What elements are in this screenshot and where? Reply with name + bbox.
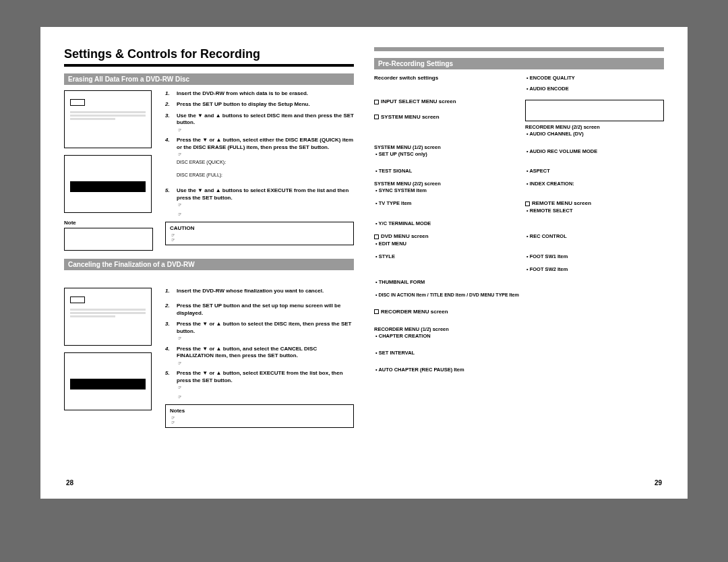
right-column: Pre-Recording Settings Recorder switch s…: [374, 47, 664, 485]
left-column: Settings & Controls for Recording Erasin…: [64, 47, 354, 485]
section-header-cancel: Canceling the Finalization of a DVD-RW: [64, 259, 354, 270]
steps-list: 1.Insert the DVD-RW whose finalization y…: [165, 276, 354, 428]
notes-box: Notes ☞ ☞: [165, 404, 354, 428]
screen-thumbnail: [64, 90, 152, 148]
section-header-pre: Pre-Recording Settings: [374, 58, 664, 69]
note-label: Note: [64, 220, 158, 226]
main-title: Settings & Controls for Recording: [64, 47, 354, 67]
section-header-erase: Erasing All Data From a DVD-RW Disc: [64, 73, 354, 85]
note-box: [64, 228, 153, 251]
settings-grid: Recorder switch settings • ENCODE QUALIT…: [374, 75, 664, 377]
page-number-left: 28: [66, 479, 73, 487]
screen-thumbnail: [64, 288, 152, 346]
manual-page-spread: Settings & Controls for Recording Erasin…: [40, 27, 688, 499]
settings-box: [525, 100, 664, 121]
screen-thumbnail: [64, 352, 152, 410]
thumb-column: [64, 276, 158, 428]
thumb-column: Note: [64, 90, 158, 251]
accent-bar: [374, 47, 664, 51]
screen-thumbnail: [64, 155, 152, 213]
erase-section: Note 1.Insert the DVD-RW from which data…: [64, 90, 354, 251]
caution-box: CAUTION ☞ ☞: [165, 222, 354, 245]
cancel-section: 1.Insert the DVD-RW whose finalization y…: [64, 276, 354, 428]
steps-list: 1.Insert the DVD-RW from which data is t…: [165, 90, 354, 251]
page-number-right: 29: [655, 479, 662, 487]
